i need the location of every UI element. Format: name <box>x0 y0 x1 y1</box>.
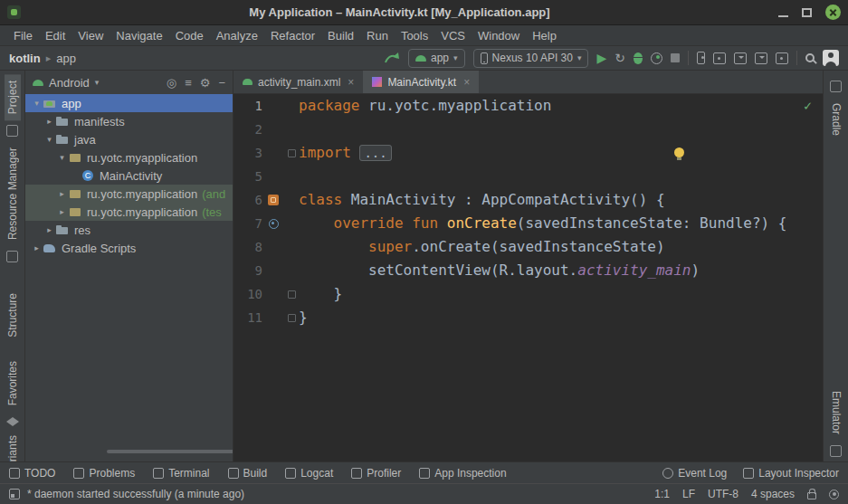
run-button[interactable]: ▶ <box>596 52 606 64</box>
tool-tab-emulator[interactable]: Emulator <box>828 385 844 441</box>
line-separator[interactable]: LF <box>682 488 695 500</box>
breadcrumb-root[interactable]: kotlin <box>9 52 41 65</box>
avd-manager-icon[interactable] <box>776 52 788 64</box>
indent-setting[interactable]: 4 spaces <box>751 488 795 500</box>
menu-vcs[interactable]: VCS <box>434 29 472 43</box>
device-manager-icon[interactable] <box>697 52 705 64</box>
close-tab-icon[interactable]: × <box>348 76 354 89</box>
menu-analyze[interactable]: Analyze <box>210 29 264 43</box>
fold-marker-icon[interactable] <box>288 314 296 322</box>
intention-bulb-icon[interactable] <box>674 147 684 157</box>
editor-tab-mainactivity-kt[interactable]: MainActivity.kt× <box>363 71 479 93</box>
close-button[interactable] <box>825 5 841 20</box>
chevron-down-icon[interactable]: ▾ <box>56 153 68 162</box>
code-line[interactable]: 3import ... <box>233 141 823 165</box>
status-message[interactable]: * daemon started successfully (a minute … <box>27 488 244 500</box>
tree-item-ru-yotc-myapplication[interactable]: ▸ru.yotc.myapplication(and <box>25 185 233 203</box>
tree-item-app[interactable]: ▾app <box>25 94 233 112</box>
code-line[interactable]: 9 setContentView(R.layout.activity_main) <box>233 259 823 282</box>
pin-icon[interactable] <box>6 251 18 262</box>
tool-window-button-todo[interactable]: TODO <box>9 467 55 480</box>
editor-tab-activity-main-xml[interactable]: activity_main.xml× <box>233 71 363 93</box>
menu-edit[interactable]: Edit <box>39 29 71 43</box>
tool-window-button-logcat[interactable]: Logcat <box>285 467 333 480</box>
tool-window-button-terminal[interactable]: Terminal <box>153 467 209 480</box>
code-line[interactable]: 6class MainActivity : AppCompatActivity(… <box>233 188 823 212</box>
tool-window-button-event-log[interactable]: Event Log <box>662 467 727 480</box>
horizontal-scrollbar[interactable] <box>107 450 233 453</box>
collapse-all-icon[interactable]: ≡ <box>185 76 192 90</box>
class-gutter-icon[interactable] <box>268 195 279 205</box>
tree-item-ru-yotc-myapplication[interactable]: ▾ru.yotc.myapplication <box>25 148 233 166</box>
bookmarks-icon[interactable] <box>6 125 18 137</box>
tool-tab-variants[interactable]: Variants <box>5 429 21 461</box>
emulator-icon[interactable] <box>830 445 842 457</box>
menu-refactor[interactable]: Refactor <box>264 29 321 43</box>
project-view-mode[interactable]: Android <box>49 76 90 90</box>
caret-position[interactable]: 1:1 <box>654 488 670 500</box>
run-config-dropdown[interactable]: app ▾ <box>408 49 465 68</box>
tree-item-manifests[interactable]: ▸manifests <box>25 112 233 130</box>
fold-marker-icon[interactable] <box>288 290 296 299</box>
minimize-button[interactable] <box>778 15 788 17</box>
debug-button[interactable] <box>634 52 643 64</box>
locate-file-icon[interactable]: ◎ <box>167 76 176 90</box>
profile-button[interactable] <box>651 52 662 64</box>
tree-item-res[interactable]: ▸res <box>25 221 233 239</box>
apply-changes-icon[interactable]: ↻ <box>615 52 625 64</box>
tool-tab-project[interactable]: Project <box>5 74 21 120</box>
tool-tab-structure[interactable]: Structure <box>5 287 21 344</box>
sdk-manager-icon[interactable] <box>755 52 767 64</box>
lock-icon[interactable] <box>807 492 816 499</box>
menu-file[interactable]: File <box>7 29 39 43</box>
tool-tab-resource-manager[interactable]: Resource Manager <box>5 141 21 246</box>
chevron-down-icon[interactable]: ▾ <box>31 99 43 108</box>
file-encoding[interactable]: UTF-8 <box>708 488 738 500</box>
chevron-right-icon[interactable]: ▸ <box>56 189 68 198</box>
hide-panel-icon[interactable]: − <box>218 76 225 90</box>
chevron-right-icon[interactable]: ▸ <box>43 117 55 126</box>
user-avatar[interactable] <box>823 50 839 66</box>
stop-button[interactable] <box>671 53 680 62</box>
menu-view[interactable]: View <box>71 29 110 43</box>
chevron-right-icon[interactable]: ▸ <box>43 225 55 234</box>
code-line[interactable]: 1package ru.yotc.myapplication <box>233 94 823 118</box>
menu-tools[interactable]: Tools <box>395 29 434 43</box>
search-everywhere-icon[interactable] <box>805 53 815 62</box>
menu-code[interactable]: Code <box>169 29 210 43</box>
gradle-icon[interactable] <box>830 81 842 92</box>
override-gutter-icon[interactable] <box>269 219 279 229</box>
fold-marker-icon[interactable] <box>288 149 296 157</box>
tree-item-mainactivity[interactable]: MainActivity <box>25 166 233 185</box>
tool-window-button-problems[interactable]: Problems <box>73 467 135 480</box>
tree-item-java[interactable]: ▾java <box>25 130 233 148</box>
tool-tab-favorites[interactable]: Favorites <box>5 355 21 412</box>
menu-build[interactable]: Build <box>321 29 360 43</box>
build-project-icon[interactable] <box>384 51 400 65</box>
code-line[interactable]: 11} <box>233 306 823 329</box>
code-editor[interactable]: 1package ru.yotc.myapplication23import .… <box>233 94 823 461</box>
menu-help[interactable]: Help <box>526 29 563 43</box>
tool-window-switcher-icon[interactable] <box>9 489 20 499</box>
code-line[interactable]: 8 super.onCreate(savedInstanceState) <box>233 235 823 259</box>
code-line[interactable]: 7 override fun onCreate(savedInstanceSta… <box>233 212 823 235</box>
chevron-down-icon[interactable]: ▾ <box>43 135 55 144</box>
menu-window[interactable]: Window <box>472 29 526 43</box>
menu-run[interactable]: Run <box>360 29 395 43</box>
chevron-right-icon[interactable]: ▸ <box>31 243 43 252</box>
restore-button[interactable] <box>802 8 812 17</box>
settings-gear-icon[interactable]: ⚙ <box>200 76 211 90</box>
sync-gradle-icon[interactable] <box>713 52 726 64</box>
tool-window-button-build[interactable]: Build <box>228 467 268 480</box>
breadcrumb-app[interactable]: app <box>56 52 76 65</box>
code-line[interactable]: 10 } <box>233 282 823 306</box>
tree-item-ru-yotc-myapplication[interactable]: ▸ru.yotc.myapplication(tes <box>25 203 233 221</box>
inspections-ok-icon[interactable]: ✓ <box>804 98 812 114</box>
tool-tab-gradle[interactable]: Gradle <box>828 97 844 142</box>
tool-window-button-profiler[interactable]: Profiler <box>351 467 401 480</box>
layout-inspector-icon[interactable] <box>734 52 747 64</box>
menu-navigate[interactable]: Navigate <box>110 29 168 43</box>
close-tab-icon[interactable]: × <box>463 76 470 89</box>
code-line[interactable]: 5 <box>233 165 823 188</box>
code-line[interactable]: 2 <box>233 118 823 141</box>
